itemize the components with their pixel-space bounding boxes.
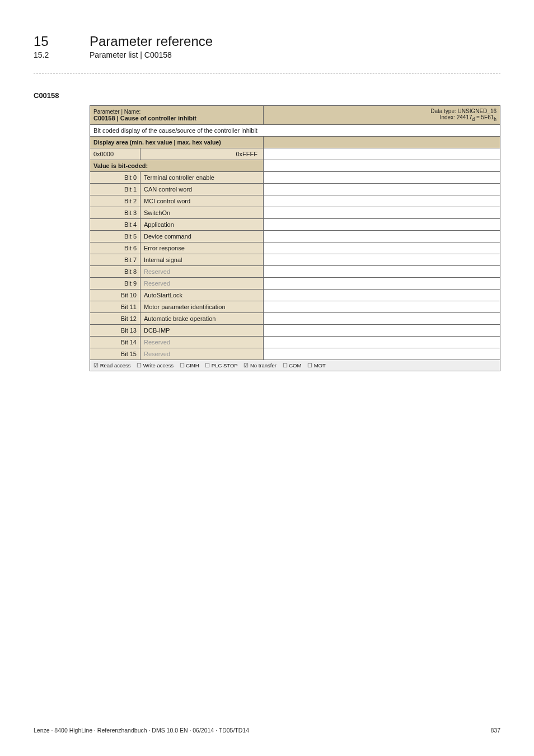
bit-empty-cell	[264, 313, 500, 325]
access-row: ☑ Read access ☐ Write access ☐ CINH ☐ PL…	[90, 360, 500, 371]
bit-empty-cell	[264, 231, 500, 242]
bit-empty-cell	[264, 278, 500, 290]
bit-row: Bit 10AutoStartLock	[90, 290, 500, 301]
access-write: ☐ Write access	[137, 362, 174, 368]
bit-empty-cell	[264, 337, 500, 348]
footer-page-number: 837	[490, 727, 500, 734]
access-cinh: ☐ CINH	[180, 362, 199, 368]
bit-label: Bit 13	[90, 325, 140, 337]
bit-row: Bit 3SwitchOn	[90, 207, 500, 219]
access-notransfer: ☑ No transfer	[243, 362, 277, 368]
bit-row: Bit 11Motor parameter identification	[90, 301, 500, 313]
bit-label: Bit 1	[90, 184, 140, 195]
table-header-row: Parameter | Name: C00158 | Cause of cont…	[90, 106, 500, 125]
footer-left: Lenze · 8400 HighLine · Referenzhandbuch…	[34, 727, 249, 734]
bit-empty-cell	[264, 184, 500, 195]
access-read: ☑ Read access	[93, 362, 131, 368]
bit-empty-cell	[264, 301, 500, 313]
divider-dashed	[34, 73, 500, 73]
bit-description: Reserved	[140, 278, 264, 290]
bit-empty-cell	[264, 325, 500, 337]
bit-description: CAN control word	[140, 184, 264, 195]
bit-empty-cell	[264, 348, 500, 360]
bit-label: Bit 2	[90, 195, 140, 207]
display-area-label: Display area (min. hex value | max. hex …	[90, 137, 264, 148]
bit-row: Bit 8Reserved	[90, 266, 500, 278]
parameter-code-heading: C00158	[34, 91, 500, 100]
bit-row: Bit 9Reserved	[90, 278, 500, 290]
bitcoded-header-row: Value is bit-coded:	[90, 160, 500, 172]
index-line: Index: 24417d = 5F61h	[267, 114, 496, 122]
subchapter-number: 15.2	[34, 50, 67, 59]
access-com: ☐ COM	[283, 362, 302, 368]
bit-row: Bit 7Internal signal	[90, 254, 500, 266]
bit-description: MCI control word	[140, 195, 264, 207]
bit-label: Bit 9	[90, 278, 140, 290]
bit-description: AutoStartLock	[140, 290, 264, 301]
bit-empty-cell	[264, 207, 500, 219]
hex-min: 0x0000	[90, 148, 140, 160]
chapter-title: Parameter reference	[90, 34, 213, 49]
bitcoded-label: Value is bit-coded:	[90, 160, 264, 172]
bit-empty-cell	[264, 219, 500, 231]
bit-empty-cell	[264, 254, 500, 266]
bit-row: Bit 13DCB-IMP	[90, 325, 500, 337]
data-type-line: Data type: UNSIGNED_16	[267, 108, 496, 114]
bit-description: Motor parameter identification	[140, 301, 264, 313]
description-row: Bit coded display of the cause/source of…	[90, 125, 500, 137]
page-footer: Lenze · 8400 HighLine · Referenzhandbuch…	[34, 727, 500, 734]
bit-empty-cell	[264, 290, 500, 301]
bit-description: SwitchOn	[140, 207, 264, 219]
bit-row: Bit 1CAN control word	[90, 184, 500, 195]
display-area-row: Display area (min. hex value | max. hex …	[90, 137, 500, 148]
bit-empty-cell	[264, 266, 500, 278]
bit-label: Bit 14	[90, 337, 140, 348]
bit-label: Bit 8	[90, 266, 140, 278]
param-name-main: C00158 | Cause of controller inhibit	[93, 115, 196, 122]
bit-description: Application	[140, 219, 264, 231]
subchapter-title: Parameter list | C00158	[90, 50, 172, 59]
subchapter-heading: 15.2 Parameter list | C00158	[34, 50, 500, 59]
bit-row: Bit 0Terminal controller enable	[90, 172, 500, 184]
bit-row: Bit 4Application	[90, 219, 500, 231]
bit-description: Reserved	[140, 337, 264, 348]
param-name-label: Parameter | Name:	[93, 109, 260, 115]
bit-row: Bit 5Device command	[90, 231, 500, 242]
bit-label: Bit 4	[90, 219, 140, 231]
chapter-number: 15	[34, 34, 67, 49]
access-plc: ☐ PLC STOP	[205, 362, 237, 368]
bit-description: Automatic brake operation	[140, 313, 264, 325]
bit-label: Bit 15	[90, 348, 140, 360]
hex-value-row: 0x0000 0xFFFF	[90, 148, 500, 160]
bit-description: Error response	[140, 242, 264, 254]
parameter-table: Parameter | Name: C00158 | Cause of cont…	[90, 105, 500, 371]
bit-description: DCB-IMP	[140, 325, 264, 337]
bit-description: Internal signal	[140, 254, 264, 266]
bit-label: Bit 0	[90, 172, 140, 184]
bit-label: Bit 5	[90, 231, 140, 242]
bit-empty-cell	[264, 195, 500, 207]
bit-description: Terminal controller enable	[140, 172, 264, 184]
bit-label: Bit 11	[90, 301, 140, 313]
bit-empty-cell	[264, 242, 500, 254]
bit-row: Bit 6Error response	[90, 242, 500, 254]
bit-label: Bit 3	[90, 207, 140, 219]
bit-row: Bit 2MCI control word	[90, 195, 500, 207]
bit-row: Bit 14Reserved	[90, 337, 500, 348]
bit-label: Bit 6	[90, 242, 140, 254]
bit-label: Bit 12	[90, 313, 140, 325]
bit-description: Reserved	[140, 266, 264, 278]
bit-row: Bit 15Reserved	[90, 348, 500, 360]
bit-description: Reserved	[140, 348, 264, 360]
bit-label: Bit 10	[90, 290, 140, 301]
access-mot: ☐ MOT	[307, 362, 326, 368]
description-text: Bit coded display of the cause/source of…	[90, 125, 500, 137]
hex-max: 0xFFFF	[140, 148, 264, 160]
bit-description: Device command	[140, 231, 264, 242]
bit-row: Bit 12Automatic brake operation	[90, 313, 500, 325]
bit-label: Bit 7	[90, 254, 140, 266]
bit-empty-cell	[264, 172, 500, 184]
chapter-heading: 15 Parameter reference	[34, 34, 500, 49]
